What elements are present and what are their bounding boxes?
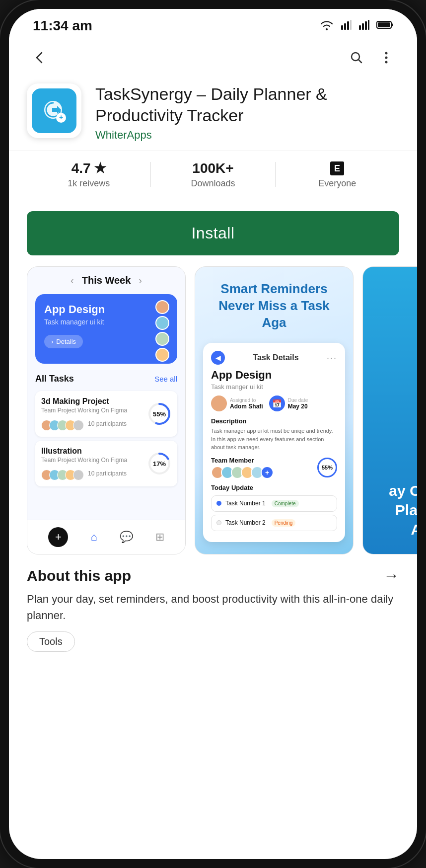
ss1-details-btn[interactable]: › Details xyxy=(44,335,83,348)
details-label: Details xyxy=(56,338,76,345)
svg-rect-3 xyxy=(350,20,352,30)
task-2-sub: Team Project Working On Figma xyxy=(41,457,127,464)
ss2-back-button[interactable]: ◀ xyxy=(211,351,225,365)
svg-point-13 xyxy=(385,57,388,59)
task-2-av-5 xyxy=(73,470,84,480)
ss1-hero-title: App Design xyxy=(44,303,168,316)
top-nav xyxy=(9,39,417,77)
rating-value: 4.7 ★ xyxy=(27,160,150,176)
nav-chat-button[interactable]: 💬 xyxy=(120,531,133,544)
ss2-task-sub: Task manger ui kit xyxy=(211,383,337,391)
ss2-task-row-1: Task Number 1 Complete xyxy=(211,495,337,512)
task-1-name: 3d Making Project xyxy=(41,397,127,406)
task-2-avatars xyxy=(41,470,81,480)
task-1-left: 3d Making Project Team Project Working O… xyxy=(41,397,127,431)
ss2-assignee-avatar xyxy=(211,395,227,411)
more-button[interactable] xyxy=(373,45,399,71)
ss2-task-name: App Design xyxy=(211,369,337,382)
svg-point-12 xyxy=(385,52,388,55)
assigned-to-label: Assigned to xyxy=(230,397,263,403)
task-1-av-5 xyxy=(73,420,84,431)
nav-right xyxy=(344,45,399,71)
app-info: TaskSynergy – Daily Planner & Productivi… xyxy=(95,83,399,142)
screenshot-2: Smart Reminders Never Miss a Task Aga ◀ … xyxy=(195,266,354,554)
task-1-progress: 55% xyxy=(147,402,171,426)
svg-rect-2 xyxy=(347,21,349,30)
task-number-1: Task Number 1 xyxy=(225,500,266,507)
due-date-label: Due date xyxy=(288,397,308,403)
about-header: About this app → xyxy=(27,566,399,585)
ss2-assign-row: Assigned to Adom Shafi 📅 Due date May 20 xyxy=(211,395,337,411)
status-bar: 11:34 am xyxy=(9,9,417,39)
back-button[interactable] xyxy=(27,45,53,71)
calendar-icon: 📅 xyxy=(269,395,285,411)
task-1-avatars xyxy=(41,420,81,431)
ss2-more-icon[interactable]: ··· xyxy=(327,353,337,363)
assignee-name: Adom Shafi xyxy=(230,403,263,410)
ss1-avatar-4 xyxy=(155,348,169,362)
stat-age-rating: E Everyone xyxy=(276,160,399,189)
ss1-avatar-3 xyxy=(155,332,169,346)
ss2-heading: Smart Reminders Never Miss a Task Aga xyxy=(206,281,342,331)
chevron-right-icon: › xyxy=(51,338,53,345)
about-description: Plan your day, set reminders, and boost … xyxy=(27,591,399,624)
signal-icon-2 xyxy=(358,19,369,32)
nav-home-button[interactable]: ⌂ xyxy=(90,531,97,544)
nav-grid-button[interactable]: ⊞ xyxy=(155,531,164,544)
task-2-participants: 10 participants xyxy=(88,470,127,477)
age-rating-label: Everyone xyxy=(276,178,399,189)
search-button[interactable] xyxy=(344,45,369,71)
app-header: + TaskSynergy – Daily Planner & Producti… xyxy=(9,77,417,151)
ss1-avatar-1 xyxy=(155,300,169,314)
screenshot-1: ‹ This Week › App Design Task manager ui… xyxy=(27,266,186,554)
ss1-avatars-col: + xyxy=(155,300,169,364)
about-arrow-icon[interactable]: → xyxy=(383,566,399,585)
ss1-hero-sub: Task manager ui kit xyxy=(44,318,168,326)
svg-rect-0 xyxy=(341,25,343,30)
week-next-button[interactable]: › xyxy=(139,275,142,286)
description-title: Description xyxy=(211,417,337,425)
nav-add-button[interactable]: + xyxy=(48,527,68,547)
star-icon: ★ xyxy=(94,160,106,176)
svg-text:E: E xyxy=(334,163,340,173)
task-2-badge: Pending xyxy=(272,519,296,527)
week-prev-button[interactable]: ‹ xyxy=(71,275,74,286)
stat-rating: 4.7 ★ 1k reivews xyxy=(27,160,150,189)
team-avatars: + xyxy=(211,466,274,479)
task-2-left: Illustration Team Project Working On Fig… xyxy=(41,447,127,480)
phone-shell: 11:34 am xyxy=(0,0,426,868)
svg-rect-10 xyxy=(378,22,390,27)
task-2-progress-label: 17% xyxy=(153,460,166,468)
task-1-progress-label: 55% xyxy=(153,410,166,418)
ss1-hero: App Design Task manager ui kit › Details… xyxy=(35,294,177,364)
svg-rect-4 xyxy=(359,25,361,30)
app-icon: + xyxy=(32,88,76,133)
ss2-team-row: Team Member + 55% xyxy=(211,457,337,479)
signal-icon-1 xyxy=(341,19,352,32)
task-1-badge: Complete xyxy=(272,500,299,507)
ss3-text: ay Organized – Plan, Track & Achieve! xyxy=(363,481,417,539)
phone-screen: 11:34 am xyxy=(9,9,417,859)
ss2-task-card: ◀ Task Details ··· App Design Task mange… xyxy=(203,343,345,542)
task-dot-2 xyxy=(216,520,221,525)
add-member-button[interactable]: + xyxy=(261,466,274,479)
svg-rect-6 xyxy=(365,21,367,30)
week-label: This Week xyxy=(82,275,131,286)
install-button[interactable]: Install xyxy=(27,211,399,255)
svg-rect-9 xyxy=(391,23,393,26)
age-rating-icon: E xyxy=(276,160,399,176)
ss2-due-date: 📅 Due date May 20 xyxy=(269,395,308,411)
see-all-button[interactable]: See all xyxy=(154,375,177,383)
ss2-top-text: Smart Reminders Never Miss a Task Aga xyxy=(195,267,353,336)
app-developer: WhiterApps xyxy=(95,129,399,142)
svg-text:+: + xyxy=(59,113,63,121)
about-title: About this app xyxy=(27,567,131,584)
task-1-participants: 10 participants xyxy=(88,420,127,427)
screenshots-scroll: ‹ This Week › App Design Task manager ui… xyxy=(27,266,417,554)
description-text: Task manager app ui kit must be uniqe an… xyxy=(211,427,337,452)
downloads-value: 100K+ xyxy=(151,160,275,176)
screenshots-section: ‹ This Week › App Design Task manager ui… xyxy=(9,266,417,554)
ss1-avatar-2 xyxy=(155,316,169,330)
task-item-1: 3d Making Project Team Project Working O… xyxy=(35,391,177,437)
about-tag[interactable]: Tools xyxy=(27,631,75,652)
